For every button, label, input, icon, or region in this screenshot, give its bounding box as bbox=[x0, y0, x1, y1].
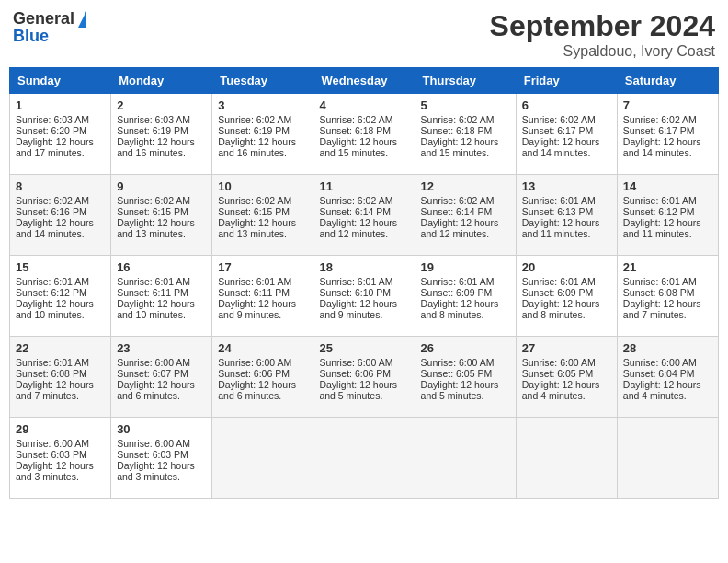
sunset-label: Sunset: 6:19 PM bbox=[117, 125, 188, 136]
daylight-label: Daylight: 12 hours bbox=[218, 298, 296, 309]
sunset-label: Sunset: 6:19 PM bbox=[218, 125, 290, 136]
sunset-label: Sunset: 6:12 PM bbox=[16, 287, 87, 298]
day-number: 4 bbox=[319, 98, 408, 112]
table-row: 1 Sunrise: 6:03 AM Sunset: 6:20 PM Dayli… bbox=[10, 94, 111, 175]
daylight-label: Daylight: 12 hours bbox=[16, 136, 94, 147]
day-number: 30 bbox=[117, 422, 206, 436]
day-number: 7 bbox=[623, 98, 712, 112]
sunset-label: Sunset: 6:18 PM bbox=[319, 125, 391, 136]
daylight-label: Daylight: 12 hours bbox=[117, 298, 195, 309]
daylight-minutes: and 10 minutes. bbox=[117, 309, 186, 320]
table-row: 9 Sunrise: 6:02 AM Sunset: 6:15 PM Dayli… bbox=[111, 175, 212, 256]
table-row: 8 Sunrise: 6:02 AM Sunset: 6:16 PM Dayli… bbox=[10, 175, 111, 256]
daylight-label: Daylight: 12 hours bbox=[421, 136, 499, 147]
sunset-label: Sunset: 6:08 PM bbox=[623, 287, 695, 298]
daylight-minutes: and 14 minutes. bbox=[16, 228, 85, 239]
calendar: Sunday Monday Tuesday Wednesday Thursday… bbox=[9, 67, 719, 499]
table-row: 6 Sunrise: 6:02 AM Sunset: 6:17 PM Dayli… bbox=[516, 94, 617, 175]
daylight-minutes: and 10 minutes. bbox=[16, 309, 85, 320]
day-number: 18 bbox=[319, 260, 408, 274]
title-area: September 2024 Sypaldouo, Ivory Coast bbox=[490, 9, 715, 60]
daylight-minutes: and 4 minutes. bbox=[522, 390, 586, 401]
sunrise-label: Sunrise: 6:00 AM bbox=[16, 438, 89, 449]
daylight-minutes: and 5 minutes. bbox=[319, 390, 382, 401]
day-number: 15 bbox=[16, 260, 105, 274]
daylight-minutes: and 11 minutes. bbox=[522, 228, 591, 239]
sunrise-label: Sunrise: 6:01 AM bbox=[16, 276, 89, 287]
daylight-label: Daylight: 12 hours bbox=[421, 298, 499, 309]
sunrise-label: Sunrise: 6:02 AM bbox=[421, 114, 495, 125]
daylight-minutes: and 15 minutes. bbox=[319, 147, 388, 158]
sunset-label: Sunset: 6:16 PM bbox=[16, 206, 87, 217]
daylight-label: Daylight: 12 hours bbox=[16, 217, 94, 228]
daylight-minutes: and 12 minutes. bbox=[319, 228, 388, 239]
sunrise-label: Sunrise: 6:02 AM bbox=[218, 114, 291, 125]
sunrise-label: Sunrise: 6:02 AM bbox=[421, 195, 495, 206]
table-row: 5 Sunrise: 6:02 AM Sunset: 6:18 PM Dayli… bbox=[415, 94, 516, 175]
day-number: 1 bbox=[16, 98, 105, 112]
table-row bbox=[516, 418, 617, 499]
sunset-label: Sunset: 6:11 PM bbox=[218, 287, 290, 298]
day-number: 21 bbox=[623, 260, 712, 274]
col-sunday: Sunday bbox=[10, 68, 111, 94]
table-row: 18 Sunrise: 6:01 AM Sunset: 6:10 PM Dayl… bbox=[313, 256, 415, 337]
header: General Blue September 2024 Sypaldouo, I… bbox=[9, 9, 719, 60]
daylight-minutes: and 12 minutes. bbox=[421, 228, 490, 239]
table-row: 12 Sunrise: 6:02 AM Sunset: 6:14 PM Dayl… bbox=[415, 175, 516, 256]
daylight-label: Daylight: 12 hours bbox=[421, 379, 499, 390]
month-title: September 2024 bbox=[490, 9, 715, 43]
sunset-label: Sunset: 6:14 PM bbox=[319, 206, 391, 217]
table-row: 22 Sunrise: 6:01 AM Sunset: 6:08 PM Dayl… bbox=[10, 337, 111, 418]
daylight-minutes: and 8 minutes. bbox=[421, 309, 484, 320]
day-number: 10 bbox=[218, 179, 307, 193]
daylight-minutes: and 13 minutes. bbox=[117, 228, 186, 239]
day-number: 9 bbox=[117, 179, 206, 193]
sunrise-label: Sunrise: 6:01 AM bbox=[522, 276, 596, 287]
daylight-label: Daylight: 12 hours bbox=[319, 217, 397, 228]
daylight-label: Daylight: 12 hours bbox=[117, 460, 195, 471]
sunset-label: Sunset: 6:08 PM bbox=[16, 368, 87, 379]
daylight-minutes: and 3 minutes. bbox=[117, 471, 180, 482]
sunrise-label: Sunrise: 6:01 AM bbox=[623, 195, 697, 206]
daylight-label: Daylight: 12 hours bbox=[623, 217, 701, 228]
day-number: 22 bbox=[16, 341, 105, 355]
logo: General Blue bbox=[13, 9, 86, 46]
sunset-label: Sunset: 6:07 PM bbox=[117, 368, 188, 379]
daylight-label: Daylight: 12 hours bbox=[522, 217, 600, 228]
table-row: 24 Sunrise: 6:00 AM Sunset: 6:06 PM Dayl… bbox=[212, 337, 313, 418]
day-number: 19 bbox=[421, 260, 510, 274]
daylight-minutes: and 6 minutes. bbox=[218, 390, 281, 401]
daylight-label: Daylight: 12 hours bbox=[319, 136, 397, 147]
sunset-label: Sunset: 6:15 PM bbox=[218, 206, 290, 217]
table-row: 15 Sunrise: 6:01 AM Sunset: 6:12 PM Dayl… bbox=[10, 256, 111, 337]
table-row: 26 Sunrise: 6:00 AM Sunset: 6:05 PM Dayl… bbox=[415, 337, 516, 418]
day-number: 26 bbox=[421, 341, 510, 355]
table-row: 14 Sunrise: 6:01 AM Sunset: 6:12 PM Dayl… bbox=[617, 175, 718, 256]
daylight-minutes: and 8 minutes. bbox=[522, 309, 586, 320]
daylight-minutes: and 3 minutes. bbox=[16, 471, 79, 482]
daylight-label: Daylight: 12 hours bbox=[218, 379, 296, 390]
daylight-minutes: and 13 minutes. bbox=[218, 228, 287, 239]
day-number: 11 bbox=[319, 179, 408, 193]
sunset-label: Sunset: 6:05 PM bbox=[421, 368, 493, 379]
daylight-minutes: and 15 minutes. bbox=[421, 147, 490, 158]
daylight-label: Daylight: 12 hours bbox=[421, 217, 499, 228]
table-row: 16 Sunrise: 6:01 AM Sunset: 6:11 PM Dayl… bbox=[111, 256, 212, 337]
daylight-minutes: and 9 minutes. bbox=[319, 309, 382, 320]
sunrise-label: Sunrise: 6:01 AM bbox=[319, 276, 392, 287]
table-row: 20 Sunrise: 6:01 AM Sunset: 6:09 PM Dayl… bbox=[516, 256, 617, 337]
daylight-minutes: and 14 minutes. bbox=[522, 147, 591, 158]
day-number: 17 bbox=[218, 260, 307, 274]
sunrise-label: Sunrise: 6:01 AM bbox=[421, 276, 495, 287]
daylight-label: Daylight: 12 hours bbox=[117, 217, 195, 228]
sunrise-label: Sunrise: 6:01 AM bbox=[117, 276, 190, 287]
table-row bbox=[617, 418, 718, 499]
daylight-minutes: and 16 minutes. bbox=[218, 147, 287, 158]
table-row: 25 Sunrise: 6:00 AM Sunset: 6:06 PM Dayl… bbox=[313, 337, 415, 418]
sunrise-label: Sunrise: 6:02 AM bbox=[117, 195, 190, 206]
sunset-label: Sunset: 6:06 PM bbox=[319, 368, 391, 379]
table-row: 30 Sunrise: 6:00 AM Sunset: 6:03 PM Dayl… bbox=[111, 418, 212, 499]
sunset-label: Sunset: 6:12 PM bbox=[623, 206, 695, 217]
table-row: 29 Sunrise: 6:00 AM Sunset: 6:03 PM Dayl… bbox=[10, 418, 111, 499]
day-number: 24 bbox=[218, 341, 307, 355]
